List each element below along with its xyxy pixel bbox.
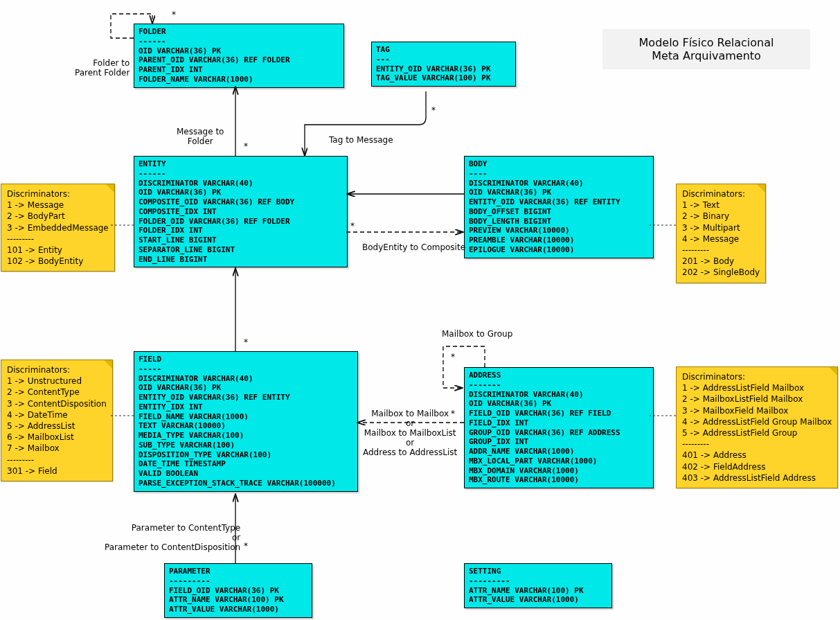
entity-field: FIELD ----- DISCRIMINATOR VARCHAR(40) OI… bbox=[134, 351, 358, 492]
label-addr-field: Mailbox to Mailbox or Mailbox to Mailbox… bbox=[363, 409, 457, 457]
entity-tag: TAG --- ENTITY_OID VARCHAR(36) PK TAG_VA… bbox=[371, 42, 516, 87]
star-addr-field: * bbox=[451, 409, 455, 418]
entity-entity: ENTITY ------ DISCRIMINATOR VARCHAR(40) … bbox=[134, 156, 348, 267]
entity-folder: FOLDER ------ OID VARCHAR(36) PK PARENT_… bbox=[134, 24, 344, 88]
title-line2: Meta Arquivamento bbox=[616, 49, 796, 62]
title-line1: Modelo Físico Relacional bbox=[616, 36, 796, 49]
note-entity-discriminators: Discriminators: 1 -> Message 2 -> BodyPa… bbox=[1, 184, 115, 272]
entity-setting: SETTING --------- ATTR_NAME VARCHAR(100)… bbox=[464, 563, 612, 608]
diagram-title: Modelo Físico Relacional Meta Arquivamen… bbox=[602, 29, 810, 69]
star-field-entity: * bbox=[244, 337, 248, 347]
label-body-comp: BodyEntity to Composite bbox=[362, 242, 465, 252]
label-mbx-group: Mailbox to Group bbox=[442, 329, 512, 339]
note-field-discriminators: Discriminators: 1 -> Unstructured 2 -> C… bbox=[1, 360, 113, 481]
note-body-discriminators: Discriminators: 1 -> Text 2 -> Binary 3 … bbox=[676, 184, 766, 283]
star-body-comp: * bbox=[350, 221, 355, 231]
entity-body: BODY ---- DISCRIMINATOR VARCHAR(40) OID … bbox=[464, 156, 654, 258]
entity-address: ADDRESS ------- DISCRIMINATOR VARCHAR(40… bbox=[464, 367, 654, 488]
star-param-field: * bbox=[244, 541, 248, 551]
label-tag-msg: Tag to Message bbox=[329, 135, 393, 145]
star-mbx-group: * bbox=[451, 352, 455, 362]
star-tag-msg: * bbox=[431, 105, 436, 115]
entity-parameter: PARAMETER --------- FIELD_OID VARCHAR(36… bbox=[164, 563, 312, 618]
label-folder-self: Folder to Parent Folder bbox=[75, 58, 129, 78]
note-address-discriminators: Discriminators: 1 -> AddressListField Ma… bbox=[676, 366, 838, 488]
label-param-field: Parameter to ContentType or Parameter to… bbox=[105, 523, 240, 552]
star-folder-self: * bbox=[172, 10, 176, 19]
star-msg-folder: * bbox=[244, 141, 248, 151]
label-msg-folder: Message to Folder bbox=[177, 127, 224, 146]
